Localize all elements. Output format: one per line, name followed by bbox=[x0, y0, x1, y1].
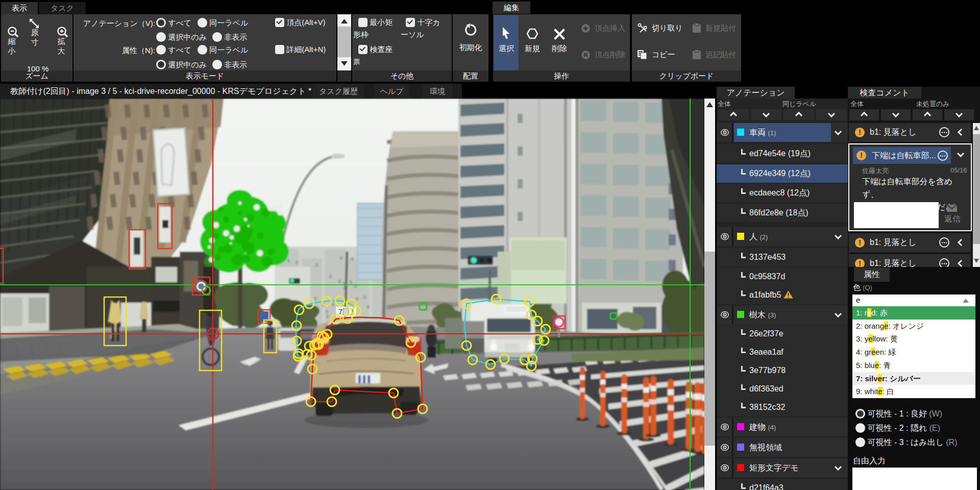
svg-text:▌▌▌: ▌▌▌ bbox=[358, 375, 373, 383]
